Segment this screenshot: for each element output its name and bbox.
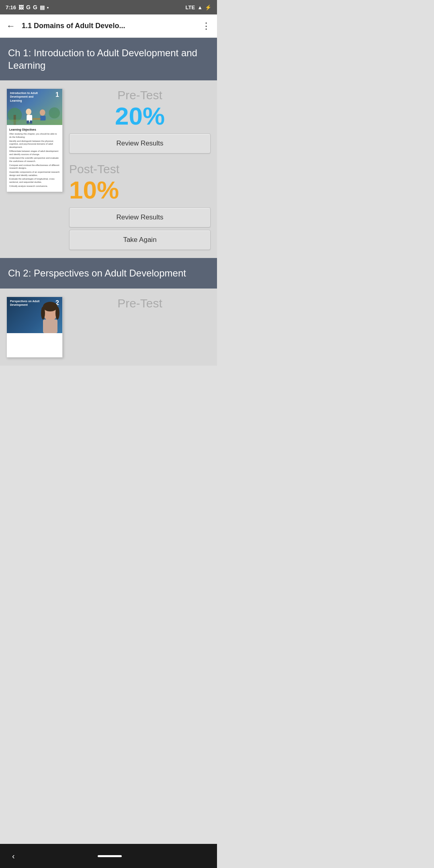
status-left: 7:16 🖼 G G ▤ • [6,4,49,10]
google-icon-2: G [33,4,37,10]
obj-5: Assemble components of an experimental r… [9,171,60,177]
dot-indicator: • [47,4,49,10]
pretest-label-1: Pre-Test [117,88,162,102]
obj-6: Evaluate the advantages of longitudinal,… [9,178,60,184]
book-inner-2 [7,333,62,357]
posttest-score-1: 10% [69,178,211,203]
book-cover-title-1: Introduction to Adult Development and Le… [10,91,42,102]
book-cover-image-1: Introduction to Adult Development and Le… [7,89,62,125]
chapter1-book-thumbnail[interactable]: Introduction to Adult Development and Le… [6,88,63,192]
posttest-take-again-button-1[interactable]: Take Again [69,230,211,250]
app-bar-title: 1.1 Domains of Adult Develo... [22,22,200,30]
book-inner-1: Learning Objectives After studying this … [7,125,62,192]
book-cover-1: Introduction to Adult Development and Le… [7,89,62,125]
photo-icon: 🖼 [18,4,24,10]
chapter1-test-scores: Pre-Test 20% Review Results Post-Test 10… [69,88,211,250]
signal-icon: ▲ [197,4,203,10]
posttest-section-1: Post-Test 10% Review Results Take Again [69,162,211,250]
time-display: 7:16 [6,4,16,10]
chapter1-header: Ch 1: Introduction to Adult Development … [0,38,217,80]
battery-icon: ⚡ [205,4,211,10]
google-icon-1: G [26,4,31,10]
lte-label: LTE [186,4,195,10]
learning-objectives-intro: After studying this chapter, you should … [9,133,60,139]
status-bar: 7:16 🖼 G G ▤ • LTE ▲ ⚡ [0,0,217,14]
pretest-score-1: 20% [115,104,165,129]
book-cover-2: Perspectives on Adult Development 2 [7,297,62,333]
svg-rect-7 [30,121,32,124]
svg-rect-3 [7,120,62,125]
svg-rect-9 [40,116,46,121]
chapter1-content: Introduction to Adult Development and Le… [0,80,217,258]
ch2-book-scene [30,301,62,333]
svg-point-4 [26,109,31,115]
chapter1-title: Ch 1: Introduction to Adult Development … [8,47,209,72]
svg-point-15 [55,307,59,319]
svg-point-8 [40,110,45,116]
learning-objectives-title: Learning Objectives [9,128,60,131]
status-right: LTE ▲ ⚡ [186,4,211,10]
obj-7: Critically analyze research conclusions. [9,185,60,188]
book-scene-svg [7,103,62,125]
book-cover-number-1: 1 [55,91,59,98]
svg-rect-6 [27,121,29,124]
message-icon: ▤ [40,4,45,10]
chapter2-header: Ch 2: Perspectives on Adult Development [0,258,217,288]
back-button[interactable]: ← [5,19,17,33]
posttest-label-1: Post-Test [69,162,211,176]
obj-3: Understand the scientific perspective an… [9,157,60,163]
svg-point-14 [41,307,45,319]
chapter2-book-thumbnail[interactable]: Perspectives on Adult Development 2 [6,297,63,358]
pretest-review-button-1[interactable]: Review Results [69,133,211,154]
svg-rect-10 [33,118,41,120]
posttest-review-button-1[interactable]: Review Results [69,207,211,227]
svg-rect-12 [43,319,57,333]
obj-1: Identify and distinguish between the phy… [9,140,60,149]
app-bar: ← 1.1 Domains of Adult Develo... ⋮ [0,14,217,38]
chapter2-title: Ch 2: Perspectives on Adult Development [8,267,209,279]
svg-point-1 [49,108,60,119]
obj-4: Compare and contrast the effectiveness o… [9,164,60,170]
pretest-label-2: Pre-Test [117,297,162,310]
more-options-button[interactable]: ⋮ [200,19,212,33]
chapter2-test-scores: Pre-Test [69,297,211,310]
chapter2-content: Perspectives on Adult Development 2 Pre-… [0,289,217,366]
obj-2: Differentiate between stages of adult de… [9,150,60,156]
svg-point-13 [43,302,57,311]
